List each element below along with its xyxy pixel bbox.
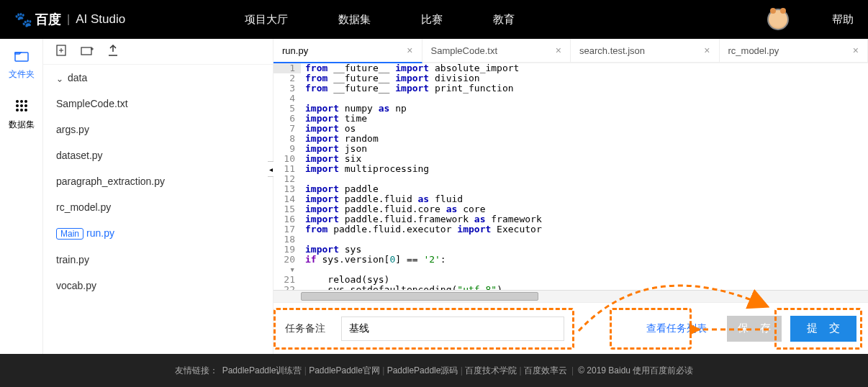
svg-point-1: [16, 100, 19, 103]
code-line[interactable]: 11import multiprocessing: [273, 164, 868, 174]
tree-item-vocab-py[interactable]: vocab.py: [43, 273, 273, 299]
logo-divider: |: [67, 13, 70, 26]
tree-item-data[interactable]: data: [43, 65, 273, 91]
grid-icon: [15, 99, 28, 116]
footer-link[interactable]: PaddlePaddle源码: [387, 365, 458, 375]
code-line[interactable]: 3from __future__ import print_function: [273, 83, 868, 94]
nav-menu: 项目大厅 数据集 比赛 教育: [209, 13, 767, 27]
nav-item-projects[interactable]: 项目大厅: [245, 13, 288, 27]
editor-area: ◂ run.py×SampleCode.txt×search.test.json…: [273, 39, 868, 354]
nav-item-education[interactable]: 教育: [493, 13, 515, 27]
footer-link[interactable]: 百度技术学院: [465, 365, 517, 375]
code-line[interactable]: 18: [273, 235, 868, 245]
code-line[interactable]: 14import paddle.fluid as fluid: [273, 194, 868, 204]
nav-item-datasets[interactable]: 数据集: [338, 13, 371, 27]
tree-item-paragraph_extraction-py[interactable]: paragraph_extraction.py: [43, 168, 273, 194]
tab-rc_model-py[interactable]: rc_model.py×: [720, 39, 869, 62]
note-input[interactable]: [341, 317, 564, 341]
tree-item-train-py[interactable]: train.py: [43, 247, 273, 273]
code-line[interactable]: 17from paddle.fluid.executor import Exec…: [273, 224, 868, 235]
code-text: from paddle.fluid.executor import Execut…: [301, 224, 542, 235]
code-line[interactable]: 12: [273, 174, 868, 184]
line-number: 11: [273, 164, 301, 174]
code-line[interactable]: 2from __future__ import division: [273, 73, 868, 83]
code-line[interactable]: 8import random: [273, 134, 868, 144]
rail-files-label: 文件夹: [9, 68, 35, 81]
tab-run-py[interactable]: run.py×: [273, 39, 422, 63]
code-line[interactable]: 6import time: [273, 114, 868, 124]
top-nav: 🐾 百度 | AI Studio 项目大厅 数据集 比赛 教育 帮助: [0, 0, 868, 39]
new-folder-icon[interactable]: [81, 45, 94, 58]
task-bar: 任务备注 查看任务列表 保 存 提 交: [273, 302, 868, 354]
tree-item-SampleCode-txt[interactable]: SampleCode.txt: [43, 91, 273, 117]
code-line[interactable]: 7import os: [273, 124, 868, 134]
line-number: 14: [273, 194, 301, 204]
tree-item-rc_model-py[interactable]: rc_model.py: [43, 194, 273, 220]
new-file-icon[interactable]: [56, 45, 66, 58]
code-line[interactable]: 16import paddle.fluid.framework as frame…: [273, 214, 868, 224]
footer-link[interactable]: 百度效率云: [524, 365, 567, 375]
tab-label: SampleCode.txt: [431, 45, 498, 56]
code-text: import random: [301, 134, 379, 144]
line-number: 9: [273, 144, 301, 154]
code-editor[interactable]: 1from __future__ import absolute_import2…: [273, 63, 868, 290]
code-line[interactable]: 13import paddle: [273, 184, 868, 194]
code-text: from __future__ import division: [301, 73, 480, 83]
tree-item-label: paragraph_extraction.py: [56, 176, 165, 187]
file-explorer: dataSampleCode.txtargs.pydataset.pyparag…: [43, 39, 273, 354]
line-number: 19: [273, 245, 301, 255]
close-icon[interactable]: ×: [407, 45, 412, 56]
tab-label: search.test.json: [579, 45, 645, 56]
tree-item-args-py[interactable]: args.py: [43, 117, 273, 142]
tree-item-run-py[interactable]: Mainrun.py: [43, 220, 273, 247]
code-line[interactable]: 5import numpy as np: [273, 104, 868, 114]
close-icon[interactable]: ×: [704, 45, 710, 56]
line-number: 18: [273, 235, 301, 245]
tree-item-dataset-py[interactable]: dataset.py: [43, 142, 273, 168]
scrollbar-horizontal[interactable]: [273, 290, 868, 302]
main-area: 文件夹 数据集 dataSampleCode.txtargs.pydataset…: [0, 39, 868, 354]
tab-SampleCode-txt[interactable]: SampleCode.txt×: [422, 39, 571, 62]
code-line[interactable]: 4: [273, 94, 868, 104]
save-button[interactable]: 保 存: [727, 316, 782, 342]
avatar[interactable]: [767, 9, 789, 30]
code-text: import six: [301, 154, 361, 164]
rail-datasets[interactable]: 数据集: [9, 99, 35, 131]
rail-files[interactable]: 文件夹: [9, 50, 35, 81]
svg-point-7: [16, 109, 19, 111]
tree-item-label: train.py: [56, 254, 89, 265]
nav-item-competition[interactable]: 比赛: [421, 13, 443, 27]
code-text: if sys.version[0] == '2':: [301, 255, 446, 275]
close-icon[interactable]: ×: [853, 45, 859, 56]
close-icon[interactable]: ×: [556, 45, 561, 56]
tab-search-test-json[interactable]: search.test.json×: [571, 39, 720, 62]
code-line[interactable]: 21 reload(sys): [273, 275, 868, 285]
line-number: 22: [273, 285, 301, 290]
code-text: import paddle.fluid as fluid: [301, 194, 463, 204]
code-line[interactable]: 10import six: [273, 154, 868, 164]
code-line[interactable]: 22 sys.setdefaultencoding("utf-8"): [273, 285, 868, 290]
line-number: 20 ▾: [273, 255, 301, 275]
code-text: import multiprocessing: [301, 164, 429, 174]
upload-icon[interactable]: [108, 45, 118, 58]
footer-link[interactable]: PaddlePaddle官网: [309, 365, 380, 375]
code-line[interactable]: 9import json: [273, 144, 868, 154]
code-text: import paddle: [301, 184, 379, 194]
code-text: import paddle.fluid.framework as framewo…: [301, 214, 542, 224]
submit-button[interactable]: 提 交: [790, 316, 856, 342]
baidu-logo[interactable]: 🐾 百度: [14, 11, 61, 28]
code-text: from __future__ import print_function: [301, 83, 514, 94]
code-line[interactable]: 20 ▾if sys.version[0] == '2':: [273, 255, 868, 275]
code-line[interactable]: 19import sys: [273, 245, 868, 255]
tab-label: run.py: [282, 45, 308, 56]
help-link[interactable]: 帮助: [832, 13, 854, 27]
view-tasks-link[interactable]: 查看任务列表: [646, 322, 707, 335]
note-label: 任务备注: [285, 322, 325, 335]
code-line[interactable]: 1from __future__ import absolute_import: [273, 63, 868, 73]
code-line[interactable]: 15import paddle.fluid.core as core: [273, 204, 868, 214]
svg-point-6: [24, 104, 27, 107]
svg-point-5: [20, 104, 23, 107]
logo-brand-text: 百度: [35, 11, 61, 28]
line-number: 17: [273, 224, 301, 235]
footer-link[interactable]: PaddlePaddle训练营: [222, 365, 302, 375]
